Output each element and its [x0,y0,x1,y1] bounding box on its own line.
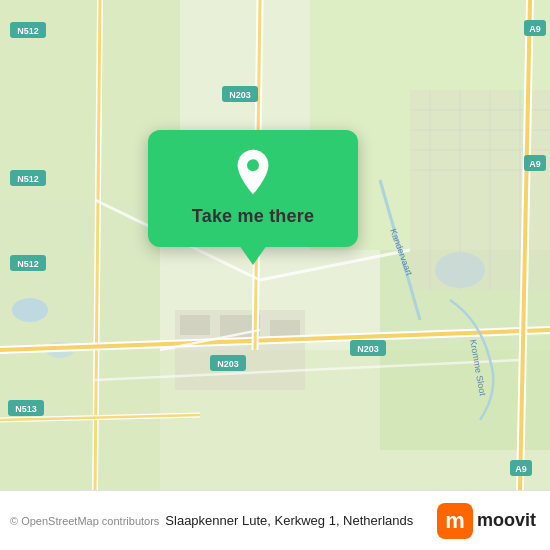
svg-point-7 [12,298,48,322]
map-attribution: © OpenStreetMap contributors [10,515,159,527]
svg-text:A9: A9 [529,159,541,169]
take-me-there-button[interactable]: Take me there [192,206,314,227]
svg-text:N203: N203 [357,344,379,354]
location-label: Slaapkenner Lute, Kerkweg 1, Netherlands [159,513,437,528]
svg-point-59 [247,159,259,171]
svg-text:N512: N512 [17,259,39,269]
bottom-bar: © OpenStreetMap contributors Slaapkenner… [0,490,550,550]
svg-rect-10 [180,315,210,335]
svg-text:N512: N512 [17,174,39,184]
svg-text:A9: A9 [515,464,527,474]
moovit-logo: m moovit [437,503,536,539]
svg-text:A9: A9 [529,24,541,34]
svg-text:N512: N512 [17,26,39,36]
moovit-name: moovit [477,510,536,531]
popup-card[interactable]: Take me there [148,130,358,247]
svg-text:N203: N203 [217,359,239,369]
svg-text:N513: N513 [15,404,37,414]
moovit-icon: m [437,503,473,539]
location-pin-icon [229,148,277,196]
map-container[interactable]: N512 N512 N512 N513 N203 N203 N203 A9 A9… [0,0,550,490]
svg-text:N203: N203 [229,90,251,100]
